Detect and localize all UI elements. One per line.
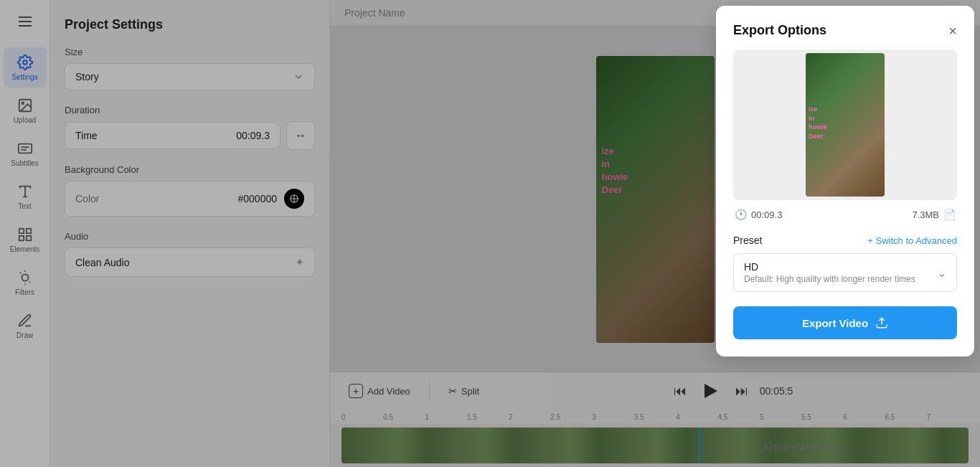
modal-preview-overlay-text: izeinhowieDeer: [806, 103, 830, 142]
modal-filesize-value: 7.3MB: [912, 209, 939, 220]
switch-to-advanced-button[interactable]: + Switch to Advanced: [867, 235, 957, 246]
modal-duration-value: 00:09.3: [751, 209, 782, 220]
modal-header: Export Options ×: [733, 23, 957, 38]
modal-preview-image: izeinhowieDeer: [806, 53, 885, 197]
modal-meta: 🕐 00:09.3 7.3MB 📄: [733, 209, 957, 220]
preset-description: Default: High quality with longer render…: [744, 274, 915, 284]
modal-duration: 🕐 00:09.3: [735, 209, 782, 220]
modal-title: Export Options: [733, 23, 826, 38]
preset-select-left: HD Default: High quality with longer ren…: [744, 261, 915, 284]
clock-icon: 🕐: [735, 209, 747, 220]
modal-close-button[interactable]: ×: [948, 24, 957, 38]
upload-icon: [875, 316, 888, 329]
export-video-label: Export Video: [802, 317, 868, 329]
preset-select[interactable]: HD Default: High quality with longer ren…: [733, 253, 957, 292]
export-video-button[interactable]: Export Video: [733, 306, 957, 339]
modal-filesize: 7.3MB 📄: [912, 209, 956, 220]
preset-chevron-icon: ⌄: [937, 266, 946, 280]
preset-label: Preset: [733, 235, 762, 246]
file-icon: 📄: [943, 209, 956, 220]
modal-overlay: Export Options × izeinhowieDeer 🕐 00:09.…: [0, 0, 980, 467]
modal-preview: izeinhowieDeer: [733, 49, 957, 200]
preset-name: HD: [744, 261, 915, 273]
preset-row: Preset + Switch to Advanced: [733, 235, 957, 246]
export-modal: Export Options × izeinhowieDeer 🕐 00:09.…: [716, 6, 974, 357]
